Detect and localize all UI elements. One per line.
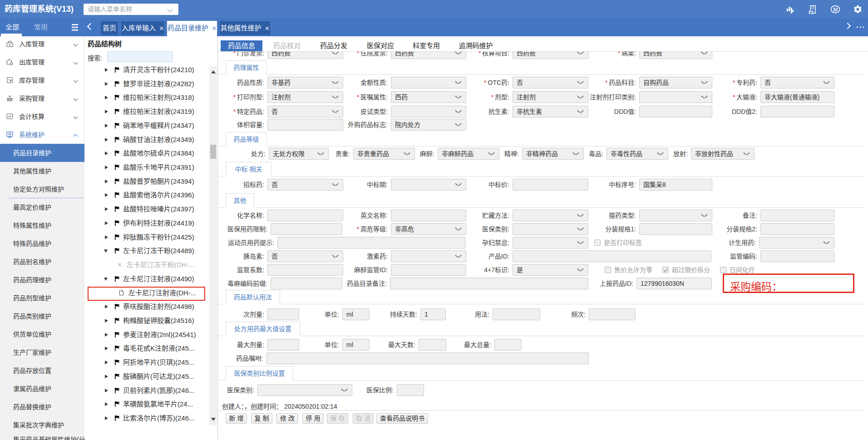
- svg-text:SI: SI: [833, 7, 838, 12]
